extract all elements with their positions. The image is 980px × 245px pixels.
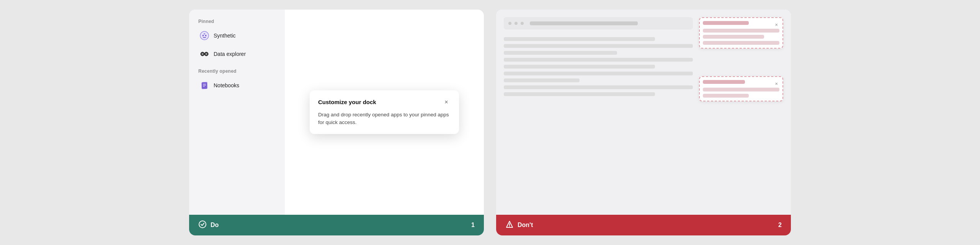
rp-card-1-close[interactable]: ×: [775, 22, 778, 28]
svg-rect-4: [204, 33, 205, 34]
data-explorer-icon: [199, 49, 210, 59]
do-number: 1: [471, 222, 475, 229]
dont-label: Don't: [505, 220, 533, 230]
rp-card-1-lines: [703, 29, 779, 45]
sidebar: Pinned Synthetic: [189, 10, 285, 215]
dont-icon: [505, 220, 514, 230]
skeleton-8: [504, 85, 693, 89]
rp-card-2-lines: [703, 88, 779, 98]
sidebar-item-notebooks[interactable]: Notebooks: [195, 77, 279, 94]
do-bottom-bar: Do 1: [189, 215, 484, 235]
rp-card-2-close[interactable]: ×: [775, 81, 778, 87]
tooltip-close-button[interactable]: ×: [442, 98, 451, 106]
rp-line-2: [703, 35, 764, 39]
right-panel: × ×: [496, 10, 791, 235]
do-icon: [198, 220, 207, 230]
rp-card-2: ×: [699, 76, 783, 101]
rp-card-1: ×: [699, 17, 783, 49]
notebooks-label: Notebooks: [214, 82, 239, 88]
rp-dot-1: [508, 22, 511, 25]
svg-rect-14: [203, 84, 206, 85]
synthetic-label: Synthetic: [214, 33, 236, 39]
synthetic-icon: [199, 30, 210, 41]
dont-bottom-bar: Don't 2: [496, 215, 791, 235]
rp-dot-2: [514, 22, 518, 25]
skeleton-3: [504, 51, 617, 55]
recently-opened-label: Recently opened: [195, 69, 279, 74]
skeleton-2: [504, 44, 693, 48]
panel-content-left: Pinned Synthetic: [189, 10, 484, 215]
rp-top-bar: [504, 17, 693, 29]
rp-line-4: [703, 88, 779, 91]
svg-rect-15: [203, 85, 206, 86]
left-panel: Pinned Synthetic: [189, 10, 484, 235]
tooltip-header: Customize your dock ×: [318, 98, 451, 106]
rp-right-col: × ×: [699, 17, 783, 207]
rp-top-bar-line: [530, 21, 638, 25]
main-area-left: Customize your dock × Drag and drop rece…: [285, 10, 484, 215]
svg-point-9: [202, 54, 203, 55]
tooltip-body: Drag and drop recently opened apps to yo…: [318, 111, 451, 127]
pinned-label: Pinned: [195, 19, 279, 24]
svg-point-0: [200, 31, 209, 40]
do-text: Do: [211, 222, 219, 229]
rp-line-1: [703, 29, 779, 33]
sidebar-item-synthetic[interactable]: Synthetic: [195, 27, 279, 44]
svg-point-2: [205, 35, 207, 36]
skeleton-7: [504, 78, 580, 82]
svg-rect-16: [203, 86, 205, 87]
svg-point-17: [199, 221, 206, 228]
customize-dock-tooltip: Customize your dock × Drag and drop rece…: [310, 90, 459, 134]
data-explorer-label: Data explorer: [214, 51, 246, 57]
svg-point-1: [203, 35, 204, 36]
tooltip-title: Customize your dock: [318, 99, 376, 105]
sidebar-item-data-explorer[interactable]: Data explorer: [195, 46, 279, 62]
rp-card-1-title: [703, 21, 749, 25]
dont-text: Don't: [518, 222, 533, 229]
skeleton-1: [504, 37, 655, 41]
rp-line-5: [703, 94, 749, 98]
panel-content-right: × ×: [496, 10, 791, 215]
pinned-section: Pinned Synthetic: [195, 19, 279, 62]
skeleton-9: [504, 92, 655, 96]
skeleton-5: [504, 65, 655, 69]
rp-left-col: [504, 17, 693, 207]
svg-point-10: [206, 54, 207, 55]
skeleton-4: [504, 58, 693, 62]
svg-rect-3: [203, 37, 206, 38]
do-label: Do: [198, 220, 219, 230]
rp-line-3: [703, 41, 779, 45]
rp-dot-3: [521, 22, 524, 25]
skeleton-6: [504, 72, 693, 75]
svg-point-20: [509, 226, 510, 227]
recently-opened-section: Recently opened Notebooks: [195, 69, 279, 94]
rp-card-2-title: [703, 80, 745, 84]
dont-number: 2: [778, 222, 782, 229]
notebooks-icon: [199, 80, 210, 91]
